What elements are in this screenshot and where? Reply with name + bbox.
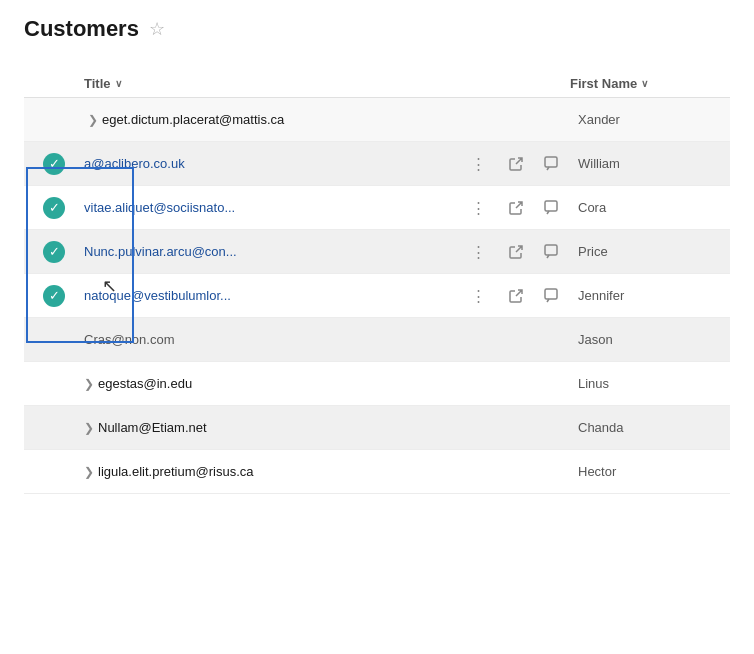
row-4-share-icon[interactable] [498, 244, 534, 260]
table-row: ✓ a@aclibero.co.uk ⋮ William [24, 142, 730, 186]
title-sort-arrow: ∨ [115, 78, 122, 89]
row-5-first-name: Jennifer [570, 288, 730, 303]
favorite-star-icon[interactable]: ☆ [149, 18, 165, 40]
row-5-email[interactable]: natoque@vestibulumlor... [84, 288, 458, 303]
row-3-comment-icon[interactable] [534, 200, 570, 216]
customers-table: Title ∨ First Name ∨ ❯ eget.dictum.place… [24, 70, 730, 494]
row-9-first-name: Hector [570, 464, 730, 479]
row-3-checkbox[interactable]: ✓ [24, 197, 84, 219]
row-5-more-icon[interactable]: ⋮ [458, 287, 498, 305]
table-row: ❯ ligula.elit.pretium@risus.ca Hector [24, 450, 730, 494]
expand-icon[interactable]: ❯ [84, 421, 94, 435]
row-4-email[interactable]: Nunc.pulvinar.arcu@con... [84, 244, 458, 259]
check-icon: ✓ [43, 241, 65, 263]
table-row: ❯ Nullam@Etiam.net Chanda [24, 406, 730, 450]
row-5-share-icon[interactable] [498, 288, 534, 304]
check-icon: ✓ [43, 153, 65, 175]
svg-rect-1 [545, 201, 557, 211]
row-1-first-name: Xander [570, 112, 730, 127]
expand-icon[interactable]: ❯ [88, 113, 98, 127]
title-sort[interactable]: Title ∨ [84, 76, 122, 91]
row-3-more-icon[interactable]: ⋮ [458, 199, 498, 217]
row-7-email[interactable]: ❯ egestas@in.edu [84, 376, 458, 391]
row-2-checkbox[interactable]: ✓ [24, 153, 84, 175]
row-5-comment-icon[interactable] [534, 288, 570, 304]
row-1-email[interactable]: ❯ eget.dictum.placerat@mattis.ca [84, 112, 458, 127]
row-2-share-icon[interactable] [498, 156, 534, 172]
row-2-comment-icon[interactable] [534, 156, 570, 172]
row-4-checkbox[interactable]: ✓ [24, 241, 84, 263]
title-column-header[interactable]: Title ∨ [24, 76, 458, 91]
first-name-sort-arrow: ∨ [641, 78, 648, 89]
table-row: ❯ eget.dictum.placerat@mattis.ca Xander [24, 98, 730, 142]
svg-rect-3 [545, 289, 557, 299]
row-3-first-name: Cora [570, 200, 730, 215]
table-row: ❯ egestas@in.edu Linus [24, 362, 730, 406]
page-header: Customers ☆ [24, 16, 730, 50]
check-icon: ✓ [43, 285, 65, 307]
title-label: Title [84, 76, 111, 91]
page-title: Customers [24, 16, 139, 42]
table-row: Cras@non.com Jason [24, 318, 730, 362]
row-8-email[interactable]: ❯ Nullam@Etiam.net [84, 420, 458, 435]
row-6-email[interactable]: Cras@non.com [84, 332, 458, 347]
row-2-email[interactable]: a@aclibero.co.uk [84, 156, 458, 171]
svg-rect-0 [545, 157, 557, 167]
first-name-sort[interactable]: First Name ∨ [570, 76, 648, 91]
row-4-first-name: Price [570, 244, 730, 259]
row-2-first-name: William [570, 156, 730, 171]
table-row: ✓ vitae.aliquet@sociisnato... ⋮ Cora [24, 186, 730, 230]
row-2-more-icon[interactable]: ⋮ [458, 155, 498, 173]
check-icon: ✓ [43, 197, 65, 219]
row-9-email[interactable]: ❯ ligula.elit.pretium@risus.ca [84, 464, 458, 479]
row-4-more-icon[interactable]: ⋮ [458, 243, 498, 261]
table-row: ✓ Nunc.pulvinar.arcu@con... ⋮ Price [24, 230, 730, 274]
expand-icon[interactable]: ❯ [84, 465, 94, 479]
first-name-column-header[interactable]: First Name ∨ [570, 76, 730, 91]
expand-icon[interactable]: ❯ [84, 377, 94, 391]
row-4-comment-icon[interactable] [534, 244, 570, 260]
row-8-first-name: Chanda [570, 420, 730, 435]
table-row: ✓ ↖ natoque@vestibulumlor... ⋮ Jennifer [24, 274, 730, 318]
first-name-label: First Name [570, 76, 637, 91]
row-6-first-name: Jason [570, 332, 730, 347]
row-3-email[interactable]: vitae.aliquet@sociisnato... [84, 200, 458, 215]
table-header: Title ∨ First Name ∨ [24, 70, 730, 98]
row-7-first-name: Linus [570, 376, 730, 391]
page-container: Customers ☆ Title ∨ First Name ∨ [0, 0, 754, 510]
svg-rect-2 [545, 245, 557, 255]
row-5-checkbox[interactable]: ✓ ↖ [24, 285, 84, 307]
row-3-share-icon[interactable] [498, 200, 534, 216]
